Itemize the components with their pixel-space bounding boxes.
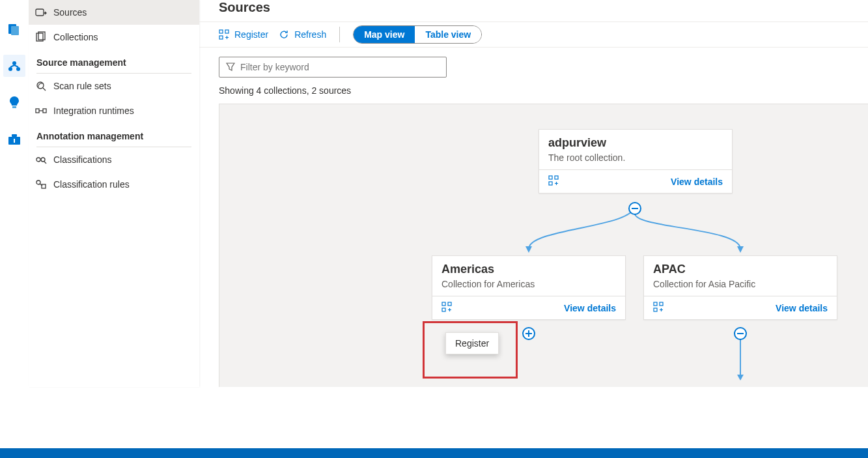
- svg-rect-22: [219, 36, 223, 39]
- svg-marker-26: [737, 375, 744, 380]
- svg-rect-15: [36, 109, 39, 113]
- sidebar-item-integration-runtimes[interactable]: Integration runtimes: [29, 98, 199, 123]
- svg-line-6: [14, 65, 18, 67]
- register-grid-icon[interactable]: [653, 302, 664, 314]
- svg-rect-16: [43, 109, 46, 113]
- sources-icon: [35, 7, 47, 18]
- svg-rect-1: [11, 26, 19, 35]
- toolbar: Register Refresh Map view Table view: [199, 21, 868, 48]
- scan-rule-icon: [35, 80, 47, 92]
- view-mode-toggle: Map view Table view: [353, 25, 482, 44]
- register-grid-icon[interactable]: [548, 175, 559, 188]
- canvas[interactable]: adpurview The root collection. View deta…: [219, 104, 868, 387]
- context-menu: Register: [445, 332, 499, 354]
- svg-line-5: [10, 65, 14, 67]
- sidebar-item-scan-rule-sets[interactable]: Scan rule sets: [29, 74, 199, 98]
- svg-rect-10: [14, 139, 15, 143]
- sidebar-item-collections[interactable]: Collections: [29, 25, 199, 50]
- card-title: APAC: [653, 263, 828, 276]
- rail-map-icon[interactable]: [3, 55, 25, 77]
- register-grid-icon[interactable]: [441, 302, 452, 314]
- seg-map-view[interactable]: Map view: [354, 26, 415, 43]
- card-subtitle: Collection for Asia Pacific: [653, 279, 828, 289]
- classifications-icon: [35, 154, 47, 165]
- svg-rect-9: [12, 134, 17, 137]
- svg-point-18: [41, 158, 45, 162]
- card-title: adpurview: [548, 136, 723, 150]
- classification-rules-icon: [35, 179, 47, 190]
- svg-marker-24: [525, 246, 532, 253]
- card-subtitle: Collection for Americas: [441, 279, 616, 289]
- node-toggle-americas[interactable]: [522, 327, 535, 340]
- sidebar-item-sources[interactable]: Sources: [29, 0, 199, 25]
- sidebar-header-source-mgmt: Source management: [29, 50, 199, 73]
- sidebar: Sources Collections Source management Sc…: [29, 0, 199, 387]
- svg-rect-33: [654, 302, 657, 306]
- sidebar-item-classifications[interactable]: Classifications: [29, 147, 199, 172]
- view-details-link[interactable]: View details: [564, 303, 616, 313]
- collection-card-americas[interactable]: Americas Collection for Americas View de…: [432, 255, 626, 320]
- rail-insights-icon[interactable]: [3, 91, 25, 113]
- view-details-link[interactable]: View details: [776, 303, 828, 313]
- svg-point-4: [16, 67, 20, 71]
- register-label: Register: [234, 29, 268, 40]
- filter-row: [199, 48, 868, 81]
- sidebar-item-label: Classification rules: [53, 179, 130, 190]
- sidebar-item-classification-rules[interactable]: Classification rules: [29, 172, 199, 197]
- sidebar-item-label: Classifications: [53, 154, 111, 165]
- filter-input-wrapper[interactable]: [219, 57, 447, 78]
- filter-icon: [226, 63, 235, 72]
- svg-point-17: [36, 158, 40, 162]
- showing-text: Showing 4 collections, 2 sources: [199, 81, 868, 102]
- card-subtitle: The root collection.: [548, 152, 723, 163]
- svg-marker-25: [737, 246, 744, 253]
- svg-point-2: [12, 61, 16, 65]
- nav-rail: [0, 0, 29, 387]
- node-toggle-root[interactable]: [628, 202, 641, 215]
- card-title: Americas: [441, 263, 616, 276]
- page-title: Sources: [199, 0, 868, 21]
- sidebar-header-annotation-mgmt: Annotation management: [29, 123, 199, 147]
- context-menu-register[interactable]: Register: [455, 338, 489, 349]
- svg-rect-30: [442, 302, 445, 306]
- svg-rect-28: [549, 182, 552, 185]
- rail-data-icon[interactable]: [3, 18, 25, 40]
- refresh-button[interactable]: Refresh: [279, 29, 326, 40]
- refresh-label: Refresh: [294, 29, 326, 40]
- svg-rect-23: [225, 30, 229, 33]
- integration-runtimes-icon: [35, 105, 47, 117]
- svg-point-3: [8, 67, 12, 71]
- node-toggle-apac[interactable]: [734, 327, 747, 340]
- svg-rect-20: [42, 184, 46, 188]
- svg-rect-34: [654, 308, 657, 311]
- seg-table-view[interactable]: Table view: [415, 26, 481, 43]
- svg-rect-21: [219, 30, 223, 33]
- divider: [339, 27, 340, 42]
- svg-rect-31: [442, 308, 445, 311]
- svg-rect-32: [448, 302, 451, 306]
- rail-management-icon[interactable]: [3, 128, 25, 150]
- view-details-link[interactable]: View details: [671, 177, 723, 187]
- svg-rect-27: [549, 176, 552, 179]
- sidebar-item-label: Sources: [53, 7, 87, 18]
- svg-rect-7: [12, 106, 16, 108]
- filter-input[interactable]: [240, 62, 440, 72]
- footer-bar: [0, 448, 868, 458]
- sidebar-item-label: Integration runtimes: [53, 106, 134, 116]
- collection-card-apac[interactable]: APAC Collection for Asia Pacific View de…: [643, 255, 837, 320]
- sidebar-item-label: Scan rule sets: [53, 81, 111, 91]
- svg-rect-35: [660, 302, 663, 306]
- collection-card-root[interactable]: adpurview The root collection. View deta…: [539, 129, 733, 193]
- main-content: Sources Register Refresh Map view Table …: [199, 0, 868, 387]
- collections-icon: [35, 31, 47, 43]
- svg-rect-11: [36, 9, 44, 16]
- svg-rect-29: [555, 176, 558, 179]
- register-button[interactable]: Register: [219, 29, 268, 40]
- sidebar-item-label: Collections: [53, 32, 98, 42]
